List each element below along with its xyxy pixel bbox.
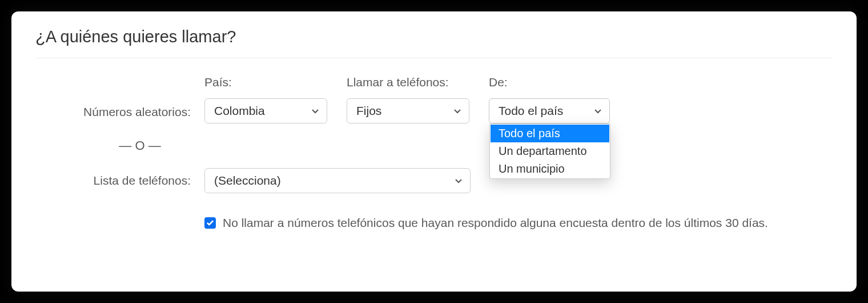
random-numbers-row: Números aleatorios: País: Colombia Llama… — [35, 75, 833, 123]
divider-row: — O — — [35, 138, 833, 153]
country-field-group: País: Colombia — [204, 75, 327, 123]
random-numbers-label: Números aleatorios: — [35, 105, 204, 123]
form-panel: ¿A quiénes quieres llamar? Números aleat… — [11, 11, 857, 292]
chevron-down-icon — [454, 176, 463, 185]
call-phones-label: Llamar a teléfonos: — [347, 75, 469, 89]
de-dropdown-menu: Todo el paísUn departamentoUn municipio — [489, 123, 610, 179]
divider-text: — O — — [35, 138, 204, 153]
phone-list-select-value: (Selecciona) — [214, 174, 281, 188]
phone-list-row: Lista de teléfonos: (Selecciona) — [35, 168, 833, 193]
chevron-down-icon — [453, 106, 462, 115]
form-area: Números aleatorios: País: Colombia Llama… — [35, 58, 833, 230]
call-phones-select[interactable]: Fijos — [347, 98, 469, 123]
chevron-down-icon — [593, 106, 602, 115]
exclude-recent-label: No llamar a números telefónicos que haya… — [223, 216, 768, 230]
country-select-value: Colombia — [214, 104, 265, 118]
de-dropdown-option[interactable]: Un municipio — [491, 160, 609, 178]
chevron-down-icon — [311, 106, 320, 115]
de-dropdown-option[interactable]: Todo el país — [491, 125, 609, 142]
call-phones-field-group: Llamar a teléfonos: Fijos — [347, 75, 469, 123]
phone-list-select[interactable]: (Selecciona) — [204, 168, 471, 193]
country-label: País: — [204, 75, 327, 89]
exclude-recent-checkbox[interactable] — [204, 217, 216, 229]
de-select[interactable]: Todo el país Todo el paísUn departamento… — [489, 98, 610, 123]
de-select-value: Todo el país — [499, 104, 563, 118]
checkbox-row: No llamar a números telefónicos que haya… — [35, 216, 833, 230]
de-dropdown-option[interactable]: Un departamento — [491, 142, 609, 160]
de-field-group: De: Todo el país Todo el paísUn departam… — [489, 75, 610, 123]
call-phones-select-value: Fijos — [356, 104, 381, 118]
page-title: ¿A quiénes quieres llamar? — [35, 27, 833, 58]
phone-list-label: Lista de teléfonos: — [35, 174, 204, 188]
de-label: De: — [489, 75, 610, 89]
country-select[interactable]: Colombia — [204, 98, 327, 123]
